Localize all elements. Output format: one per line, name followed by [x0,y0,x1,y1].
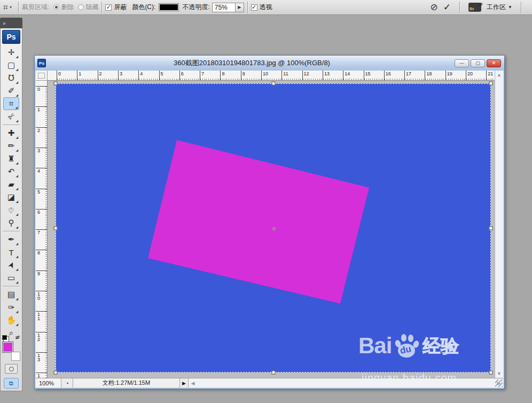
horizontal-ruler[interactable]: 0123456789101112131415161718192021 [48,71,495,81]
type-tool[interactable]: T◢ [3,246,19,259]
vertical-scrollbar[interactable]: ▲ ▼ [495,71,503,378]
minimize-button[interactable]: — [455,59,469,67]
commit-crop-icon[interactable]: ✓ [443,2,451,13]
tool-flyout-indicator: ◢ [15,267,18,271]
resize-grip[interactable] [495,379,503,387]
quick-mask-button[interactable] [5,364,18,374]
opacity-input[interactable]: 75% [212,3,236,12]
horizontal-scrollbar[interactable]: ◀ ▶ [189,378,503,387]
notes-tool-icon: ▤ [7,290,15,299]
tool-flyout-indicator: ◢ [15,254,18,258]
tool-preset-picker[interactable]: ⌗ ▾ [0,3,15,12]
eraser-tool[interactable]: ▰◢ [3,178,19,191]
ruler-top-label: 1 [77,71,97,81]
slice-tool[interactable]: ✄◢ [3,110,19,123]
workspace-button[interactable]: 工作区 ▼ [487,3,512,12]
ruler-top-label: 11 [281,71,302,81]
shield-checkbox[interactable]: ✓ [105,4,112,11]
radio-hide-label: 隐藏 [85,3,98,12]
shape-tool[interactable]: ▭◢ [3,272,19,284]
ruler-origin-box[interactable] [36,71,48,81]
tool-flyout-indicator: ◢ [15,174,18,177]
cancel-crop-icon[interactable]: ⊘ [431,2,438,13]
vertical-ruler[interactable]: 01234567891011121314 [36,81,48,378]
crop-handle[interactable] [489,82,493,86]
screen-mode-button[interactable]: ⧉ [4,378,19,389]
brush-tool[interactable]: ✏◢ [3,140,19,152]
ruler-left-label: 2 [36,127,48,148]
gradient-tool[interactable]: ◪◢ [3,191,19,204]
canvas-area: ✧ [48,81,495,378]
radio-delete[interactable] [53,4,59,10]
status-bar: 100% ◔ 文档:1.27M/1.15M ▶ ◀ ▶ [36,378,503,387]
crop-tool-icon: ⌗ [3,3,8,12]
crop-tool[interactable]: ⌗◢ [3,97,19,110]
perspective-checkbox[interactable]: ✓ [251,4,257,11]
launch-bridge-icon[interactable]: Br [468,3,481,12]
ruler-left-label: 10 [36,291,48,311]
shield-color-swatch[interactable] [159,3,179,11]
notes-tool[interactable]: ▤◢ [3,288,19,301]
crop-handle[interactable] [54,226,58,230]
default-colors-icon[interactable] [2,335,7,340]
crop-handle[interactable] [271,82,275,86]
crop-marquee[interactable] [56,83,491,373]
dodge-tool[interactable]: ⚲◢ [3,216,19,229]
ruler-left-label: 14 [36,373,48,378]
crop-handle[interactable] [54,82,58,86]
pen-tool[interactable]: ✒◢ [3,233,19,246]
restore-button[interactable]: ▢ [471,59,485,67]
tool-flyout-indicator: ◢ [15,297,18,300]
ruler-top-label: 8 [220,71,240,81]
clone-stamp-tool[interactable]: ♜◢ [3,152,19,165]
chevron-down-icon: ▼ [508,5,512,10]
status-flyout-button[interactable]: ▶ [180,378,189,387]
lasso-tool[interactable]: ℧◢ [3,72,19,84]
hand-tool[interactable]: ✋◢ [3,314,19,327]
ruler-top-label: 10 [261,71,281,81]
healing-brush-tool[interactable]: ✚◢ [3,127,19,140]
workspace-label: 工作区 [487,3,506,12]
tool-group-divider [3,231,20,231]
history-brush-tool[interactable]: ↶◢ [3,165,19,178]
scroll-up-icon[interactable]: ▲ [495,71,503,79]
ruler-top-label: 9 [241,71,261,81]
crop-handle[interactable] [54,371,58,375]
color-widget: ⇄ [2,342,20,361]
ruler-top-label: 0 [57,71,77,81]
blur-tool[interactable]: ♤◢ [3,204,19,216]
rectangular-marquee-tool[interactable]: ▢◢ [3,59,19,72]
tool-flyout-indicator: ◢ [15,148,18,152]
pen-tool-icon: ✒ [8,235,15,244]
scroll-down-icon[interactable]: ▼ [495,369,503,378]
foreground-color-swatch[interactable] [2,342,13,353]
zoom-level-field[interactable]: 100% [36,378,61,387]
panel-collapse-button[interactable]: » [0,18,22,28]
crop-handle[interactable] [271,371,275,375]
crop-handle[interactable] [489,226,493,230]
shape-tool-icon: ▭ [7,273,15,283]
eyedropper-tool[interactable]: ✑◢ [3,301,19,314]
swap-colors-icon[interactable]: ⇄ [15,334,20,340]
quick-selection-tool[interactable]: ✐◢ [3,84,19,97]
radio-hide[interactable] [78,4,84,10]
document-titlebar[interactable]: Ps 360截图20180310194801783.jpg @ 100%(RGB… [35,56,504,71]
divider [521,2,521,13]
zoom-tool-icon: ⌕ [9,328,13,338]
shield-label: 屏蔽 [114,3,127,12]
ruler-top-label: 19 [445,71,466,81]
close-button[interactable]: ✕ [487,59,501,67]
ruler-left-label: 6 [36,209,48,229]
scroll-left-icon[interactable]: ◀ [189,378,197,387]
tool-flyout-indicator: ◢ [15,55,18,58]
crop-handle[interactable] [489,371,493,375]
tool-flyout-indicator: ◢ [15,80,18,84]
canvas[interactable]: ✧ [56,83,491,373]
quick-selection-tool-icon: ✐ [8,86,15,96]
opacity-slider-button[interactable]: ▶ [236,3,244,12]
ruler-left-label: 7 [36,229,48,250]
path-selection-tool[interactable]: ➤◢ [3,259,19,272]
move-tool[interactable]: ✛◢ [3,46,19,59]
background-color-swatch[interactable] [11,352,20,361]
ruler-top-label: 4 [138,71,159,81]
